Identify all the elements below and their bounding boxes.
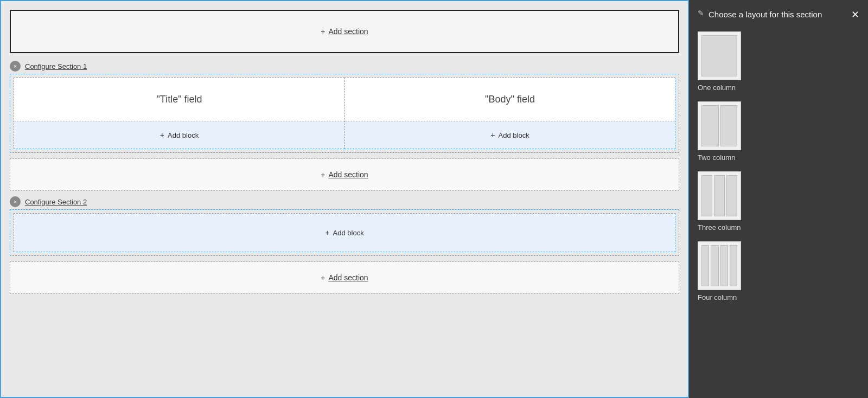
layout-col-three-column-1 (714, 175, 725, 216)
section-2-title-link[interactable]: Configure Section 2 (25, 198, 87, 206)
mid-add-section[interactable]: + Add section (10, 158, 679, 191)
layout-col-one-column-0 (701, 35, 737, 76)
sidebar-close-button[interactable]: ✕ (851, 9, 859, 21)
layout-option-two-column[interactable]: Two column (698, 101, 859, 162)
plus-icon-mid: + (321, 170, 325, 179)
section-1-col1: "Title" field + Add block (14, 78, 344, 149)
section-1-title-link[interactable]: Configure Section 1 (25, 62, 87, 70)
section-1-container: × Configure Section 1 "Title" field + Ad… (10, 61, 679, 153)
sidebar-header: ✎ Choose a layout for this section ✕ (698, 9, 859, 21)
section-1-col2-add-block-label: Add block (499, 131, 529, 139)
right-sidebar: ✎ Choose a layout for this section ✕ One… (689, 0, 868, 398)
section-2-body: + Add block (10, 209, 679, 256)
close-icon: ✕ (851, 9, 859, 20)
sidebar-title: Choose a layout for this section (709, 9, 851, 20)
layout-preview-three-column (698, 171, 741, 220)
section-2-header: × Configure Section 2 (10, 196, 679, 207)
section-1-col1-add-block-label: Add block (168, 131, 199, 139)
layout-label-four-column: Four column (698, 293, 737, 301)
layout-label-one-column: One column (698, 84, 736, 92)
layout-options-container: One columnTwo columnThree columnFour col… (698, 31, 859, 301)
section-2-add-block[interactable]: + Add block (14, 214, 675, 252)
layout-label-two-column: Two column (698, 153, 735, 162)
layout-preview-one-column (698, 31, 741, 80)
section-1-col2-field: "Body" field (345, 78, 675, 121)
layout-col-two-column-0 (701, 105, 719, 146)
layout-col-four-column-2 (720, 245, 728, 286)
section-1-col2: "Body" field + Add block (344, 78, 675, 149)
section-1-close-button[interactable]: × (10, 61, 21, 72)
section-2-container: × Configure Section 2 + Add block (10, 196, 679, 256)
plus-icon-bottom: + (321, 273, 325, 282)
mid-add-section-label[interactable]: Add section (329, 170, 368, 179)
pencil-icon: ✎ (698, 9, 704, 17)
layout-option-three-column[interactable]: Three column (698, 171, 859, 232)
layout-col-three-column-2 (726, 175, 737, 216)
section-1-body: "Title" field + Add block "Body" field +… (10, 74, 679, 153)
plus-icon-col2: + (490, 131, 495, 139)
layout-option-one-column[interactable]: One column (698, 31, 859, 92)
layout-option-four-column[interactable]: Four column (698, 241, 859, 301)
section-2-close-button[interactable]: × (10, 196, 21, 207)
section-2-col1: + Add block (14, 213, 675, 252)
layout-preview-four-column (698, 241, 741, 290)
layout-col-four-column-0 (701, 245, 709, 286)
layout-col-four-column-3 (730, 245, 737, 286)
section-2-add-block-label: Add block (333, 229, 364, 237)
layout-col-three-column-0 (701, 175, 712, 216)
section-2-close-icon: × (14, 198, 17, 205)
top-add-section[interactable]: + Add section (10, 10, 679, 53)
main-canvas: + Add section × Configure Section 1 "Tit… (0, 0, 689, 398)
plus-icon-s2: + (325, 228, 329, 237)
plus-icon-col1: + (160, 131, 164, 139)
section-1-close-icon: × (14, 63, 17, 69)
layout-label-three-column: Three column (698, 223, 741, 232)
bottom-add-section[interactable]: + Add section (10, 261, 679, 294)
layout-col-four-column-1 (711, 245, 718, 286)
section-1-col1-field: "Title" field (14, 78, 344, 121)
layout-col-two-column-1 (720, 105, 738, 146)
layout-preview-two-column (698, 101, 741, 150)
section-1-header: × Configure Section 1 (10, 61, 679, 72)
section-1-col1-add-block[interactable]: + Add block (14, 121, 344, 149)
top-add-section-label[interactable]: Add section (329, 27, 368, 36)
bottom-add-section-label[interactable]: Add section (329, 273, 368, 282)
plus-icon: + (321, 27, 325, 36)
section-1-col2-add-block[interactable]: + Add block (345, 121, 675, 149)
